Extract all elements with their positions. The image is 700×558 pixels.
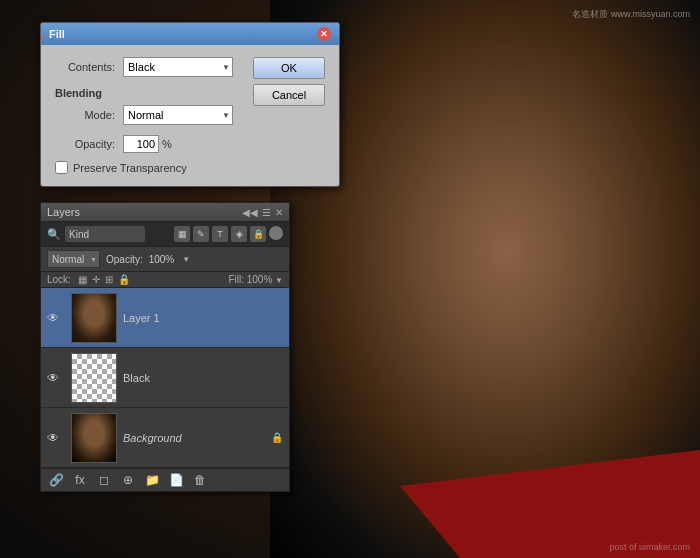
mode-select-wrapper: Normal xyxy=(123,105,233,125)
layer-1-info: Layer 1 xyxy=(123,312,283,324)
search-icon: 🔍 xyxy=(47,228,61,241)
lock-position-icon[interactable]: ✛ xyxy=(92,274,100,285)
layers-search-input[interactable] xyxy=(65,226,145,242)
layer-1-visibility-icon[interactable]: 👁 xyxy=(47,311,65,325)
layer-bg-name: Background xyxy=(123,432,271,444)
opacity-label-layers: Opacity: xyxy=(106,254,143,265)
layer-bg-thumbnail xyxy=(71,413,117,463)
layer-black-visibility-icon[interactable]: 👁 xyxy=(47,371,65,385)
layers-title-left: Layers xyxy=(47,206,80,218)
filter-shape-icon[interactable]: ◈ xyxy=(231,226,247,242)
layer-bg-thumb-content xyxy=(72,414,116,462)
filter-pixel-icon[interactable]: ▦ xyxy=(174,226,190,242)
layer-row-1[interactable]: 👁 Layer 1 xyxy=(41,288,289,348)
filter-text-icon[interactable]: T xyxy=(212,226,228,242)
fill-label-layers: Fill: 100% ▼ xyxy=(228,274,283,285)
layer-1-thumbnail xyxy=(71,293,117,343)
lock-all-icon[interactable]: 🔒 xyxy=(118,274,130,285)
layer-1-name: Layer 1 xyxy=(123,312,283,324)
preserve-transparency-label: Preserve Transparency xyxy=(73,162,187,174)
lock-artboard-icon[interactable]: ⊞ xyxy=(105,274,113,285)
layers-lock-bar: Lock: ▦ ✛ ⊞ 🔒 Fill: 100% ▼ xyxy=(41,272,289,288)
filter-adjust-icon[interactable]: ✎ xyxy=(193,226,209,242)
panel-close-icon[interactable]: ✕ xyxy=(275,207,283,218)
mode-select[interactable]: Normal xyxy=(123,105,233,125)
fill-dialog: Fill ✕ Contents: Black Blending Mode: xyxy=(40,22,340,187)
new-adjustment-button[interactable]: ⊕ xyxy=(119,473,137,487)
layer-black-thumb-content xyxy=(72,354,116,402)
watermark: 名造材质 www.missyuan.com xyxy=(572,8,690,21)
dialog-body: Contents: Black Blending Mode: Normal xyxy=(41,45,339,186)
mode-label: Mode: xyxy=(55,109,115,121)
cancel-button[interactable]: Cancel xyxy=(253,84,325,106)
opacity-percent: % xyxy=(162,138,172,150)
layers-panel: Layers ◀◀ ☰ ✕ 🔍 ▦ ✎ T ◈ 🔒 Normal Opacity… xyxy=(40,202,290,492)
layers-title-icons: ◀◀ ☰ ✕ xyxy=(242,207,283,218)
new-layer-button[interactable]: 📄 xyxy=(167,473,185,487)
add-style-button[interactable]: fx xyxy=(71,473,89,487)
preserve-transparency-row: Preserve Transparency xyxy=(55,161,243,174)
layers-mode-bar: Normal Opacity: 100% ▼ xyxy=(41,247,289,272)
layer-bg-lock-icon: 🔒 xyxy=(271,432,283,443)
delete-layer-button[interactable]: 🗑 xyxy=(191,473,209,487)
dialog-left-section: Contents: Black Blending Mode: Normal xyxy=(55,57,243,174)
lock-pixels-icon[interactable]: ▦ xyxy=(78,274,87,285)
opacity-label: Opacity: xyxy=(55,138,115,150)
opacity-row: Opacity: % xyxy=(55,135,243,153)
layer-bg-info: Background xyxy=(123,432,271,444)
layer-black-thumbnail xyxy=(71,353,117,403)
layer-row-background[interactable]: 👁 Background 🔒 xyxy=(41,408,289,468)
layers-title: Layers xyxy=(47,206,80,218)
filter-icons: ▦ ✎ T ◈ 🔒 xyxy=(174,226,283,242)
contents-select[interactable]: Black xyxy=(123,57,233,77)
mode-select-wrapper: Normal xyxy=(47,250,100,268)
add-mask-button[interactable]: ◻ xyxy=(95,473,113,487)
layer-row-black[interactable]: 👁 Black xyxy=(41,348,289,408)
contents-label: Contents: xyxy=(55,61,115,73)
link-layers-button[interactable]: 🔗 xyxy=(47,473,65,487)
dialog-close-button[interactable]: ✕ xyxy=(317,27,331,41)
opacity-input[interactable] xyxy=(123,135,159,153)
bottom-credit: post of uimaker.com xyxy=(609,542,690,552)
layer-1-thumb-content xyxy=(72,294,116,342)
layer-black-name: Black xyxy=(123,372,283,384)
layers-titlebar: Layers ◀◀ ☰ ✕ xyxy=(41,203,289,222)
filter-smart-icon[interactable]: 🔒 xyxy=(250,226,266,242)
layers-opacity-value: 100% xyxy=(149,254,175,265)
contents-row: Contents: Black xyxy=(55,57,243,77)
dialog-buttons: OK Cancel xyxy=(253,57,325,174)
new-group-button[interactable]: 📁 xyxy=(143,473,161,487)
contents-select-wrapper: Black xyxy=(123,57,233,77)
panel-collapse-icon[interactable]: ◀◀ xyxy=(242,207,258,218)
fill-dropdown-icon[interactable]: ▼ xyxy=(275,276,283,285)
blending-title: Blending xyxy=(55,87,243,99)
preserve-transparency-checkbox[interactable] xyxy=(55,161,68,174)
mode-row: Mode: Normal xyxy=(55,105,243,125)
dialog-title: Fill xyxy=(49,28,65,40)
lock-label: Lock: xyxy=(47,274,71,285)
dialog-titlebar: Fill ✕ xyxy=(41,23,339,45)
panel-menu-icon[interactable]: ☰ xyxy=(262,207,271,218)
layer-black-info: Black xyxy=(123,372,283,384)
layers-bottom-toolbar: 🔗 fx ◻ ⊕ 📁 📄 🗑 xyxy=(41,468,289,491)
layer-bg-visibility-icon[interactable]: 👁 xyxy=(47,431,65,445)
filter-toggle-button[interactable] xyxy=(269,226,283,240)
layers-search-bar: 🔍 ▦ ✎ T ◈ 🔒 xyxy=(41,222,289,247)
opacity-dropdown-icon[interactable]: ▼ xyxy=(182,255,190,264)
blending-section: Blending Mode: Normal Opacity: % xyxy=(55,87,243,174)
layers-mode-select[interactable]: Normal xyxy=(47,250,100,268)
ok-button[interactable]: OK xyxy=(253,57,325,79)
